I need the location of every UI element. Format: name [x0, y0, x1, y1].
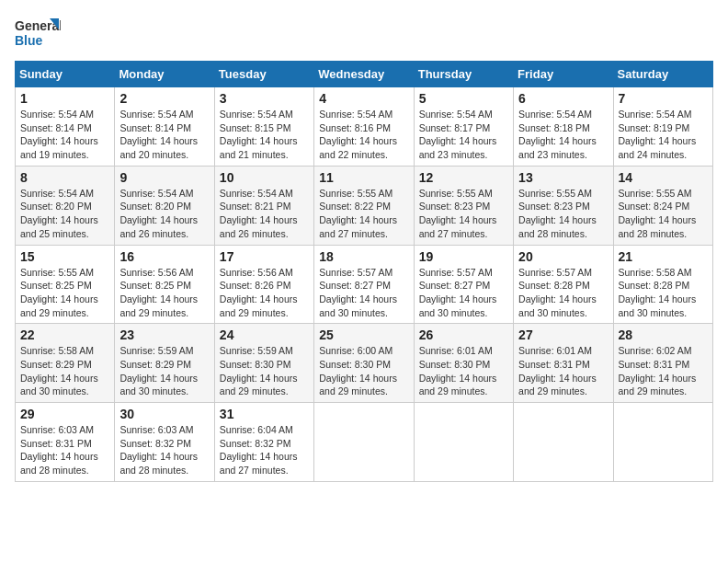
day-info: Sunrise: 5:59 AM Sunset: 8:29 PM Dayligh…	[119, 344, 209, 398]
day-number: 20	[518, 249, 608, 264]
day-info: Sunrise: 5:54 AM Sunset: 8:17 PM Dayligh…	[419, 108, 508, 162]
calendar-day-cell: 17 Sunrise: 5:56 AM Sunset: 8:26 PM Dayl…	[214, 245, 313, 324]
day-info: Sunrise: 5:59 AM Sunset: 8:30 PM Dayligh…	[220, 344, 309, 398]
day-number: 3	[220, 91, 309, 106]
calendar-day-cell: 7 Sunrise: 5:54 AM Sunset: 8:19 PM Dayli…	[613, 87, 712, 167]
day-number: 1	[20, 91, 109, 106]
day-number: 27	[518, 327, 608, 342]
day-info: Sunrise: 5:57 AM Sunset: 8:27 PM Dayligh…	[319, 266, 408, 320]
day-number: 23	[119, 327, 209, 342]
day-info: Sunrise: 6:01 AM Sunset: 8:30 PM Dayligh…	[419, 344, 508, 398]
calendar-day-cell: 4 Sunrise: 5:54 AM Sunset: 8:16 PM Dayli…	[314, 87, 414, 167]
day-number: 5	[419, 91, 508, 106]
calendar-day-cell: 27 Sunrise: 6:01 AM Sunset: 8:31 PM Dayl…	[514, 324, 613, 403]
calendar-day-cell: 22 Sunrise: 5:58 AM Sunset: 8:29 PM Dayl…	[16, 324, 115, 403]
weekday-header-cell: Friday	[514, 62, 613, 87]
calendar-day-cell	[514, 403, 613, 482]
day-info: Sunrise: 5:55 AM Sunset: 8:22 PM Dayligh…	[319, 187, 408, 241]
day-number: 4	[319, 91, 408, 106]
weekday-header: SundayMondayTuesdayWednesdayThursdayFrid…	[16, 62, 713, 87]
calendar-day-cell: 24 Sunrise: 5:59 AM Sunset: 8:30 PM Dayl…	[214, 324, 313, 403]
calendar-day-cell: 20 Sunrise: 5:57 AM Sunset: 8:28 PM Dayl…	[514, 245, 613, 324]
calendar-day-cell: 9 Sunrise: 5:54 AM Sunset: 8:20 PM Dayli…	[115, 166, 214, 245]
calendar-day-cell: 15 Sunrise: 5:55 AM Sunset: 8:25 PM Dayl…	[16, 245, 115, 324]
day-number: 14	[619, 170, 708, 185]
day-info: Sunrise: 5:57 AM Sunset: 8:27 PM Dayligh…	[419, 266, 508, 320]
calendar-day-cell: 11 Sunrise: 5:55 AM Sunset: 8:22 PM Dayl…	[314, 166, 414, 245]
weekday-header-cell: Sunday	[16, 62, 115, 87]
day-number: 29	[20, 407, 109, 421]
day-info: Sunrise: 5:57 AM Sunset: 8:28 PM Dayligh…	[518, 266, 608, 320]
weekday-header-cell: Tuesday	[214, 62, 313, 87]
day-info: Sunrise: 6:04 AM Sunset: 8:32 PM Dayligh…	[220, 423, 309, 477]
weekday-header-cell: Monday	[115, 62, 214, 87]
calendar-day-cell: 2 Sunrise: 5:54 AM Sunset: 8:14 PM Dayli…	[115, 87, 214, 167]
day-info: Sunrise: 6:02 AM Sunset: 8:31 PM Dayligh…	[619, 344, 708, 398]
day-info: Sunrise: 5:54 AM Sunset: 8:19 PM Dayligh…	[619, 108, 708, 162]
day-info: Sunrise: 6:01 AM Sunset: 8:31 PM Dayligh…	[518, 344, 608, 398]
calendar-day-cell: 23 Sunrise: 5:59 AM Sunset: 8:29 PM Dayl…	[115, 324, 214, 403]
svg-text:Blue: Blue	[15, 33, 43, 48]
day-number: 16	[119, 249, 209, 264]
day-number: 13	[518, 170, 608, 185]
calendar-day-cell: 5 Sunrise: 5:54 AM Sunset: 8:17 PM Dayli…	[414, 87, 513, 167]
calendar-day-cell: 1 Sunrise: 5:54 AM Sunset: 8:14 PM Dayli…	[16, 87, 115, 167]
calendar-week-row: 1 Sunrise: 5:54 AM Sunset: 8:14 PM Dayli…	[16, 87, 713, 167]
calendar-day-cell	[613, 403, 712, 482]
calendar-table: SundayMondayTuesdayWednesdayThursdayFrid…	[15, 61, 713, 482]
day-number: 22	[20, 327, 109, 342]
day-info: Sunrise: 5:54 AM Sunset: 8:15 PM Dayligh…	[220, 108, 309, 162]
calendar-day-cell	[414, 403, 513, 482]
calendar-day-cell: 13 Sunrise: 5:55 AM Sunset: 8:23 PM Dayl…	[514, 166, 613, 245]
calendar-day-cell	[314, 403, 414, 482]
day-info: Sunrise: 5:54 AM Sunset: 8:20 PM Dayligh…	[119, 187, 209, 241]
day-info: Sunrise: 5:54 AM Sunset: 8:18 PM Dayligh…	[518, 108, 608, 162]
day-number: 19	[419, 249, 508, 264]
day-info: Sunrise: 5:54 AM Sunset: 8:14 PM Dayligh…	[119, 108, 209, 162]
calendar-day-cell: 26 Sunrise: 6:01 AM Sunset: 8:30 PM Dayl…	[414, 324, 513, 403]
day-number: 21	[619, 249, 708, 264]
day-info: Sunrise: 6:03 AM Sunset: 8:31 PM Dayligh…	[20, 423, 109, 477]
day-info: Sunrise: 5:58 AM Sunset: 8:29 PM Dayligh…	[20, 344, 109, 398]
day-number: 26	[419, 327, 508, 342]
day-number: 7	[619, 91, 708, 106]
calendar-day-cell: 31 Sunrise: 6:04 AM Sunset: 8:32 PM Dayl…	[214, 403, 313, 482]
day-info: Sunrise: 6:00 AM Sunset: 8:30 PM Dayligh…	[319, 344, 408, 398]
day-info: Sunrise: 5:55 AM Sunset: 8:23 PM Dayligh…	[419, 187, 508, 241]
day-number: 25	[319, 327, 408, 342]
day-info: Sunrise: 5:58 AM Sunset: 8:28 PM Dayligh…	[619, 266, 708, 320]
day-info: Sunrise: 5:54 AM Sunset: 8:16 PM Dayligh…	[319, 108, 408, 162]
day-info: Sunrise: 5:54 AM Sunset: 8:21 PM Dayligh…	[220, 187, 309, 241]
header: General Blue	[15, 15, 713, 52]
day-number: 31	[220, 407, 309, 421]
calendar-week-row: 15 Sunrise: 5:55 AM Sunset: 8:25 PM Dayl…	[16, 245, 713, 324]
calendar-week-row: 29 Sunrise: 6:03 AM Sunset: 8:31 PM Dayl…	[16, 403, 713, 482]
calendar-day-cell: 28 Sunrise: 6:02 AM Sunset: 8:31 PM Dayl…	[613, 324, 712, 403]
day-number: 9	[119, 170, 209, 185]
logo-svg: General Blue	[15, 15, 61, 52]
day-number: 10	[220, 170, 309, 185]
weekday-header-cell: Wednesday	[314, 62, 414, 87]
day-info: Sunrise: 5:55 AM Sunset: 8:25 PM Dayligh…	[20, 266, 109, 320]
day-info: Sunrise: 5:54 AM Sunset: 8:20 PM Dayligh…	[20, 187, 109, 241]
day-number: 12	[419, 170, 508, 185]
day-number: 28	[619, 327, 708, 342]
day-info: Sunrise: 6:03 AM Sunset: 8:32 PM Dayligh…	[119, 423, 209, 477]
day-number: 8	[20, 170, 109, 185]
day-number: 17	[220, 249, 309, 264]
day-number: 2	[119, 91, 209, 106]
calendar-day-cell: 16 Sunrise: 5:56 AM Sunset: 8:25 PM Dayl…	[115, 245, 214, 324]
calendar-day-cell: 6 Sunrise: 5:54 AM Sunset: 8:18 PM Dayli…	[514, 87, 613, 167]
calendar-day-cell: 3 Sunrise: 5:54 AM Sunset: 8:15 PM Dayli…	[214, 87, 313, 167]
day-info: Sunrise: 5:54 AM Sunset: 8:14 PM Dayligh…	[20, 108, 109, 162]
day-number: 30	[119, 407, 209, 421]
day-info: Sunrise: 5:55 AM Sunset: 8:23 PM Dayligh…	[518, 187, 608, 241]
day-number: 15	[20, 249, 109, 264]
calendar-body: 1 Sunrise: 5:54 AM Sunset: 8:14 PM Dayli…	[16, 87, 713, 482]
weekday-header-cell: Thursday	[414, 62, 513, 87]
calendar-day-cell: 19 Sunrise: 5:57 AM Sunset: 8:27 PM Dayl…	[414, 245, 513, 324]
calendar-day-cell: 14 Sunrise: 5:55 AM Sunset: 8:24 PM Dayl…	[613, 166, 712, 245]
calendar-day-cell: 8 Sunrise: 5:54 AM Sunset: 8:20 PM Dayli…	[16, 166, 115, 245]
calendar-week-row: 8 Sunrise: 5:54 AM Sunset: 8:20 PM Dayli…	[16, 166, 713, 245]
calendar-day-cell: 18 Sunrise: 5:57 AM Sunset: 8:27 PM Dayl…	[314, 245, 414, 324]
